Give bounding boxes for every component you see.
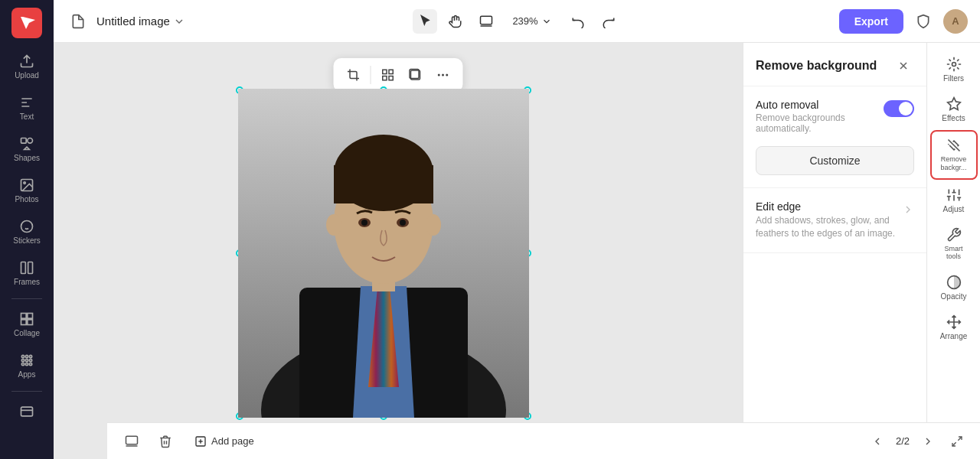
edit-edge-desc: Add shadows, strokes, glow, and feathers…: [756, 214, 902, 240]
edit-edge-section[interactable]: Edit edge Add shadows, strokes, glow, an…: [743, 188, 926, 253]
svg-rect-6: [28, 262, 33, 274]
file-icon-button[interactable]: [66, 9, 90, 34]
svg-point-14: [21, 359, 24, 361]
panel-title: Remove background: [756, 59, 877, 73]
layout-tool-button[interactable]: [474, 9, 498, 34]
page-nav: 2/2: [867, 431, 968, 452]
topbar: Untitled image 239%: [54, 0, 980, 43]
svg-rect-0: [21, 138, 27, 144]
add-page-button[interactable]: Add page: [187, 431, 262, 452]
auto-removal-info: Auto removal Remove backgrounds automati…: [756, 99, 884, 134]
topbar-center: 239%: [413, 9, 620, 34]
zoom-button[interactable]: 239%: [505, 12, 559, 30]
sidebar-item-extra[interactable]: [5, 398, 49, 425]
sidebar-item-collage[interactable]: Collage: [5, 305, 49, 343]
edit-edge-row: Edit edge Add shadows, strokes, glow, an…: [756, 200, 914, 240]
export-button[interactable]: Export: [839, 9, 903, 34]
sidebar-item-shapes[interactable]: Shapes: [5, 130, 49, 168]
svg-rect-24: [389, 70, 393, 73]
auto-removal-toggle[interactable]: [884, 100, 914, 117]
expand-button[interactable]: [946, 431, 968, 452]
more-tool-button[interactable]: [431, 63, 456, 87]
svg-rect-25: [383, 76, 387, 80]
main-area: Untitled image 239%: [54, 0, 980, 459]
undo-button[interactable]: [566, 9, 590, 34]
sidebar-item-upload[interactable]: Upload: [5, 47, 49, 86]
panel-close-button[interactable]: [893, 55, 914, 76]
svg-rect-8: [28, 314, 33, 319]
sidebar-item-photos[interactable]: Photos: [5, 171, 49, 210]
float-toolbar: [334, 58, 463, 92]
svg-point-12: [25, 355, 28, 357]
svg-rect-40: [334, 165, 433, 203]
redo-button[interactable]: [596, 9, 621, 34]
auto-removal-section: Auto removal Remove backgrounds automati…: [743, 86, 926, 188]
svg-point-30: [442, 74, 444, 76]
crop-tool-button[interactable]: [341, 63, 366, 87]
hand-tool-button[interactable]: [443, 9, 468, 34]
sidebar-item-text[interactable]: Text: [5, 89, 49, 127]
svg-rect-61: [126, 436, 138, 444]
user-avatar[interactable]: A: [943, 9, 968, 34]
sidebar-item-stickers[interactable]: Stickers: [5, 213, 49, 251]
svg-point-45: [326, 214, 341, 236]
svg-rect-9: [21, 320, 27, 325]
auto-removal-label: Auto removal: [756, 99, 884, 111]
cursor-tool-button[interactable]: [413, 9, 437, 34]
topbar-right: Export A: [630, 9, 968, 34]
svg-point-13: [29, 355, 31, 357]
canvas-area: Page 2: [54, 43, 743, 459]
auto-removal-desc: Remove backgrounds automatically.: [756, 112, 884, 134]
svg-point-16: [29, 359, 31, 361]
svg-marker-50: [947, 98, 960, 110]
sidebar-divider: [11, 298, 42, 299]
svg-point-46: [426, 214, 441, 236]
next-page-button[interactable]: [917, 431, 939, 452]
sidebar-item-frames[interactable]: Frames: [5, 254, 49, 292]
svg-rect-5: [21, 262, 26, 274]
svg-point-43: [361, 220, 368, 226]
topbar-left: Untitled image: [66, 9, 403, 34]
page-count: 2/2: [896, 435, 910, 447]
svg-point-31: [446, 74, 448, 76]
delete-page-button[interactable]: [153, 429, 178, 454]
sidebar-item-apps[interactable]: Apps: [5, 347, 49, 385]
chevron-right-icon: [902, 203, 914, 216]
rail-opacity[interactable]: Opacity: [930, 269, 978, 307]
bottom-bar: Add page 2/2: [107, 422, 980, 459]
svg-point-44: [400, 220, 406, 226]
sidebar-divider-2: [11, 391, 42, 392]
person-image: [238, 89, 529, 418]
prev-page-button[interactable]: [867, 431, 888, 452]
page-thumbnail-button[interactable]: [119, 429, 144, 454]
svg-point-11: [21, 355, 24, 357]
toolbar-divider: [371, 66, 371, 84]
canvas-frame: ↻: [238, 89, 529, 418]
rail-effects[interactable]: Effects: [930, 90, 978, 129]
svg-rect-20: [21, 407, 33, 416]
rail-arrange[interactable]: Arrange: [930, 308, 978, 347]
panel-header: Remove background: [743, 43, 926, 86]
svg-point-19: [29, 363, 31, 365]
svg-point-1: [28, 138, 33, 144]
file-title[interactable]: Untitled image: [96, 15, 185, 28]
customize-button[interactable]: Customize: [756, 146, 914, 175]
rail-smart-tools[interactable]: Smarttools: [930, 221, 978, 268]
app-logo[interactable]: [11, 8, 42, 38]
svg-line-66: [958, 437, 962, 441]
rail-filters[interactable]: Filters: [930, 50, 978, 89]
shield-button[interactable]: [911, 9, 936, 34]
svg-point-15: [25, 359, 28, 361]
svg-point-3: [24, 182, 25, 184]
svg-rect-10: [28, 320, 33, 325]
rail-adjust[interactable]: Adjust: [930, 181, 978, 220]
rail-remove-bg[interactable]: Removebackgr...: [930, 130, 978, 180]
layers-tool-button[interactable]: [403, 63, 428, 87]
auto-removal-row: Auto removal Remove backgrounds automati…: [756, 99, 914, 134]
grid-tool-button[interactable]: [376, 63, 400, 87]
svg-rect-7: [21, 314, 27, 319]
left-sidebar: Upload Text Shapes Photos Stickers Frame…: [0, 0, 54, 459]
svg-rect-21: [481, 16, 492, 24]
svg-point-17: [21, 363, 24, 365]
svg-point-49: [952, 63, 956, 67]
